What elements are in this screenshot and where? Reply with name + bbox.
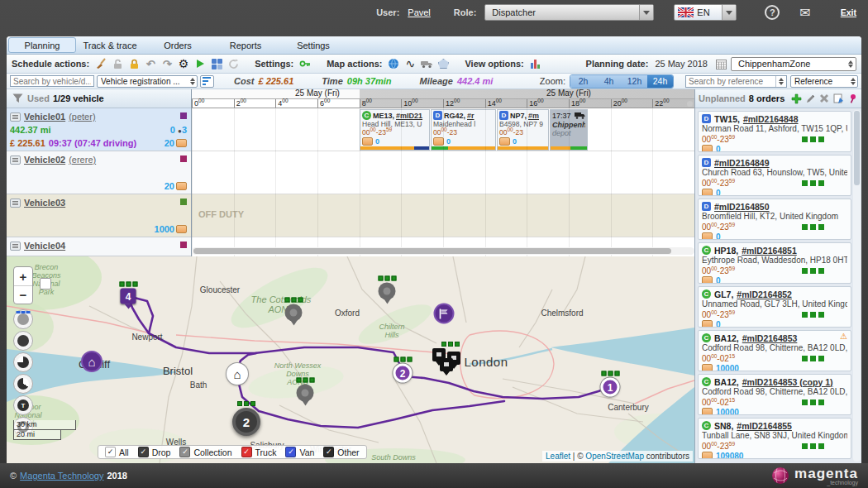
map-layer-button[interactable] bbox=[40, 278, 51, 289]
order-id-link[interactable]: #mID2164853 (copy 1) bbox=[742, 377, 833, 387]
unplanned-order-card[interactable]: CBA12,#mID2164853 (copy 1)Codford Road 9… bbox=[698, 374, 851, 415]
filter-funnel-icon[interactable] bbox=[11, 92, 24, 105]
clean-schedule-icon[interactable] bbox=[94, 57, 107, 70]
unplanned-order-card[interactable]: D#mID2164849Church Road 63, Hounslow, TW… bbox=[698, 155, 851, 196]
lock-icon[interactable] bbox=[127, 57, 141, 70]
gantt-depot-card[interactable]: 17:37Chippenhadepot bbox=[550, 109, 588, 151]
reference-select-arrows[interactable] bbox=[849, 78, 857, 85]
unplanned-scrollbar-thumb[interactable] bbox=[854, 111, 860, 185]
unplanned-order-card[interactable]: CSN8,#mID2164855Tunball Lane, SN8 3NJ, U… bbox=[698, 418, 851, 459]
zoom-button-4h[interactable]: 4h bbox=[596, 75, 622, 88]
gantt-row-vehicle01[interactable]: CME13,#mID21Head Hill, ME13, U0000-23590… bbox=[192, 108, 694, 151]
unplanned-order-card[interactable]: CHP18,#mID2164851Eythrope Road, Waddesdo… bbox=[698, 242, 851, 284]
vehicle-name-link[interactable]: Vehicle02 bbox=[24, 155, 65, 165]
vehicle-name-link[interactable]: Vehicle03 bbox=[24, 198, 65, 208]
vehicle-name-link[interactable]: Vehicle01 bbox=[24, 112, 65, 122]
help-icon[interactable]: ? bbox=[765, 5, 780, 20]
order-id-link[interactable]: #r bbox=[467, 112, 475, 120]
gantt-horizontal-scrollbar[interactable] bbox=[192, 247, 694, 255]
map-marker-pin[interactable] bbox=[297, 385, 314, 402]
zone-select[interactable]: ChippenhamZone bbox=[731, 57, 856, 71]
legend-item-collection[interactable]: ✓Collection bbox=[179, 447, 231, 457]
footer-company-link[interactable]: Magenta Technology bbox=[20, 471, 103, 481]
edit-order-icon[interactable] bbox=[804, 93, 816, 104]
vehicle-sort-select[interactable]: Vehicle registration ... bbox=[97, 75, 198, 88]
redo-icon[interactable]: ↷ bbox=[160, 57, 174, 70]
map-marker-flag-circle[interactable] bbox=[434, 304, 455, 324]
tab-planning[interactable]: Planning bbox=[8, 37, 76, 53]
map-toggle-stops-button[interactable] bbox=[13, 331, 33, 351]
leaflet-link[interactable]: Leaflet bbox=[546, 452, 570, 461]
exit-link[interactable]: Exit bbox=[841, 7, 856, 17]
vehicle-menu-icon[interactable] bbox=[10, 199, 21, 208]
sort-direction-button[interactable] bbox=[200, 75, 214, 88]
vehicle-search-input[interactable] bbox=[10, 75, 94, 87]
map-marker-cluster[interactable] bbox=[434, 348, 467, 376]
paste-order-icon[interactable] bbox=[832, 93, 844, 104]
map-toggle-time1-button[interactable] bbox=[13, 352, 33, 372]
gantt-order-card[interactable]: DRG42,#rMaidenhead l0000-230 bbox=[431, 109, 496, 151]
gear-icon[interactable]: ⚙ bbox=[177, 57, 190, 70]
vehicle-menu-icon[interactable] bbox=[10, 112, 21, 122]
reference-search-input[interactable] bbox=[686, 76, 775, 87]
unlock-icon[interactable] bbox=[111, 57, 124, 70]
tab-orders[interactable]: Orders bbox=[144, 36, 212, 54]
order-id-link[interactable]: #mID2164855 bbox=[737, 421, 792, 431]
vehicle-row[interactable]: Vehicle02(erere)20 bbox=[7, 151, 191, 194]
gantt-scroll-dot[interactable] bbox=[687, 101, 693, 107]
map-marker-home-white[interactable]: ⌂ bbox=[227, 363, 248, 385]
map-zoom-in-button[interactable]: + bbox=[14, 267, 32, 285]
tab-reports[interactable]: Reports bbox=[212, 36, 279, 54]
unplanned-order-card[interactable]: CBA12,#mID2164853Codford Road 98, Chitte… bbox=[698, 330, 851, 371]
map-toggle-time2-button[interactable] bbox=[13, 374, 33, 394]
vehicle-driver-link[interactable]: (erere) bbox=[69, 155, 96, 165]
pin-order-icon[interactable] bbox=[847, 93, 858, 104]
route-wave-icon[interactable]: ∿ bbox=[403, 57, 417, 70]
map-marker-pin[interactable] bbox=[379, 283, 396, 300]
legend-checkbox[interactable]: ✓ bbox=[105, 447, 116, 457]
user-link[interactable]: Pavel bbox=[408, 7, 431, 17]
reference-search-spinner[interactable] bbox=[775, 76, 786, 87]
vehicle-sort-arrows[interactable] bbox=[188, 78, 197, 85]
vehicle-menu-icon[interactable] bbox=[10, 242, 21, 251]
legend-checkbox[interactable]: ✓ bbox=[179, 447, 190, 457]
legend-checkbox[interactable]: ✓ bbox=[241, 447, 252, 457]
map-marker-home-purple[interactable]: ⌂ bbox=[81, 351, 103, 372]
gantt-row-vehicle02[interactable] bbox=[192, 151, 694, 194]
gantt-order-card[interactable]: DNP7,#mB4598, NP7 90000-230 bbox=[497, 109, 549, 151]
vehicle-menu-icon[interactable] bbox=[10, 155, 21, 165]
order-id-link[interactable]: #mID2164849 bbox=[714, 158, 770, 168]
osm-link[interactable]: OpenStreetMap bbox=[585, 452, 644, 461]
vehicle-row[interactable]: Vehicle04 bbox=[7, 237, 191, 256]
windows-icon[interactable] bbox=[210, 57, 223, 70]
view-options-icon[interactable] bbox=[529, 57, 542, 70]
calendar-icon[interactable] bbox=[714, 57, 727, 70]
map[interactable]: Brecon Beacons National ParkGloucesterTh… bbox=[7, 256, 694, 463]
undo-icon[interactable]: ↶ bbox=[144, 57, 157, 70]
map-toggle-route-button[interactable] bbox=[13, 309, 33, 329]
unplanned-order-card[interactable]: D#mID2164850Broomfield Hill, KT2, United… bbox=[698, 199, 851, 240]
order-id-link[interactable]: #mID21 bbox=[396, 112, 422, 120]
refresh-icon[interactable] bbox=[227, 57, 240, 70]
delete-order-icon[interactable] bbox=[818, 93, 830, 104]
map-marker-circle-dark[interactable]: 2 bbox=[232, 408, 260, 436]
order-id-link[interactable]: #mID2164848 bbox=[743, 114, 799, 124]
map-zoom-out-button[interactable]: − bbox=[14, 285, 32, 304]
unplanned-order-card[interactable]: CGL7,#mID2164852Unnamed Road, GL7 3LH, U… bbox=[698, 286, 851, 328]
mail-icon[interactable]: ✉ bbox=[799, 5, 810, 21]
map-marker-badge-circle[interactable]: 2 bbox=[393, 364, 413, 383]
language-select[interactable]: EN bbox=[674, 4, 737, 21]
map-marker-badge-square[interactable]: 4 bbox=[121, 289, 136, 304]
polygon-icon[interactable] bbox=[436, 57, 450, 70]
language-select-arrow[interactable] bbox=[722, 5, 736, 20]
gantt-scrollbar-thumb[interactable] bbox=[193, 248, 671, 254]
order-id-link[interactable]: #m bbox=[528, 112, 539, 120]
map-marker-badge-circle[interactable]: 1 bbox=[601, 378, 620, 397]
legend-checkbox[interactable]: ✓ bbox=[138, 447, 149, 457]
legend-item-other[interactable]: ✓Other bbox=[323, 447, 359, 457]
vehicle-driver-link[interactable]: (peter) bbox=[69, 112, 95, 122]
zoom-button-12h[interactable]: 12h bbox=[622, 75, 647, 88]
legend-item-all[interactable]: ✓All bbox=[105, 447, 129, 457]
gantt-order-card[interactable]: CME13,#mID21Head Hill, ME13, U0000-23590 bbox=[360, 109, 430, 151]
start-icon[interactable] bbox=[193, 57, 207, 70]
